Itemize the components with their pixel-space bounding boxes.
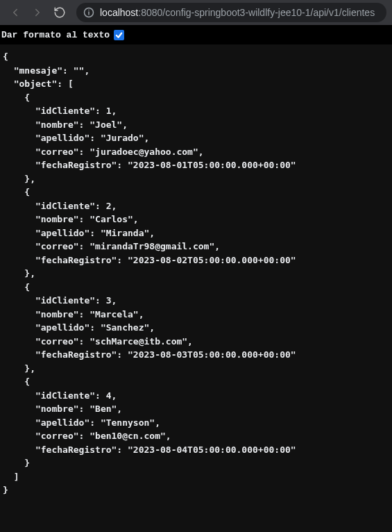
url-text: localhost:8080/config-springboot3-wildlf… (100, 7, 375, 18)
format-checkbox[interactable] (114, 30, 124, 40)
format-bar: Dar formato al texto (0, 25, 392, 44)
browser-toolbar: localhost:8080/config-springboot3-wildlf… (0, 0, 392, 25)
address-bar[interactable]: localhost:8080/config-springboot3-wildlf… (76, 3, 386, 22)
json-response-body[interactable]: { "mnesaje": "", "object": [ { "idClient… (0, 44, 392, 532)
reload-button[interactable] (50, 3, 69, 22)
forward-button[interactable] (28, 3, 47, 22)
url-host: localhost (100, 7, 138, 18)
format-label: Dar formato al texto (1, 30, 110, 40)
back-button[interactable] (6, 3, 25, 22)
site-info-icon[interactable] (83, 7, 94, 18)
url-path: :8080/config-springboot3-wildlfy-jee10-1… (138, 7, 375, 18)
